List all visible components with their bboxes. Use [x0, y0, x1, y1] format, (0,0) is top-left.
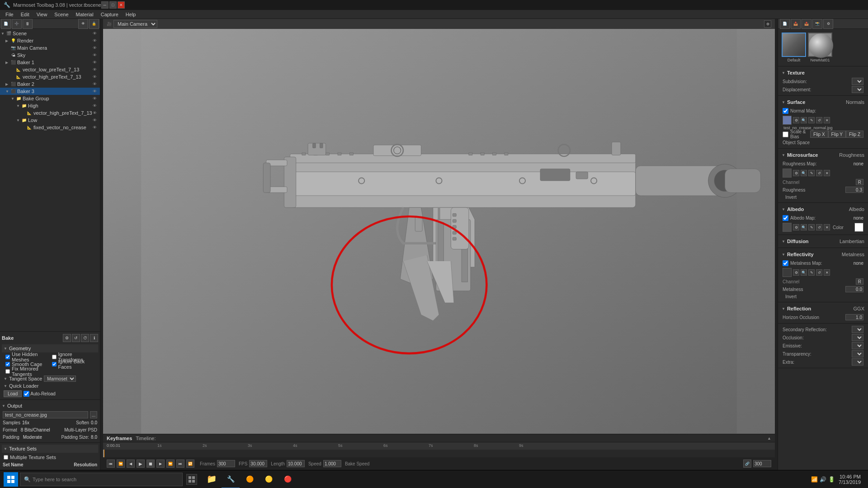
mat-capture-btn[interactable]: 📸 — [812, 19, 822, 29]
diffusion-header[interactable]: ▼ Diffusion Lambertian — [782, 237, 864, 246]
prev-step-btn[interactable]: ◀ — [127, 460, 135, 468]
menu-scene[interactable]: Scene — [51, 11, 72, 18]
fps-input[interactable] — [249, 460, 267, 467]
speed-input[interactable] — [323, 460, 341, 467]
play-btn[interactable]: ▶ — [137, 460, 145, 468]
viewport[interactable]: 🎥 Main Camera ⚙ — [103, 19, 775, 434]
smooth-cage-cb[interactable] — [5, 362, 10, 366]
roughness-swatch[interactable] — [783, 169, 792, 178]
channel-r-btn[interactable]: R — [856, 179, 863, 185]
secondary-dropdown[interactable] — [852, 326, 863, 333]
roughness-invert[interactable]: Invert — [782, 194, 864, 201]
reflectivity-header[interactable]: ▼ Reflectivity Metalness — [782, 250, 864, 259]
reflection-header[interactable]: ▼ Reflection GGX — [782, 304, 864, 313]
roughness-refresh-btn[interactable]: ↺ — [816, 170, 822, 176]
mat-newmat-thumb[interactable] — [808, 33, 832, 57]
texture-section-header[interactable]: ▼ Texture — [782, 68, 864, 77]
link-btn[interactable]: 🔗 — [743, 460, 751, 468]
microsurface-header[interactable]: ▼ Microsurface Roughness — [782, 150, 864, 160]
camera-dropdown[interactable]: Main Camera — [113, 20, 157, 28]
mat-export-btn[interactable]: 📤 — [802, 19, 811, 29]
ignore-back-faces-option[interactable]: Ignore Back Faces — [50, 361, 97, 368]
tree-item-high[interactable]: ▼ 📁 High 👁 — [0, 102, 100, 109]
tree-item-camera[interactable]: 📷 Main Camera 👁 — [0, 44, 100, 52]
tree-item-vec-high[interactable]: 📐 vector_high_preText_7_13 👁 — [0, 73, 100, 80]
loop-btn[interactable]: 🔁 — [186, 460, 194, 468]
normal-map-swatch[interactable] — [783, 116, 792, 125]
next-step-btn[interactable]: ▶ — [156, 460, 165, 468]
taskbar-app-zbrush[interactable]: 🔴 — [278, 470, 297, 488]
roughness-search-btn[interactable]: 🔍 — [801, 170, 807, 176]
viewport-settings-btn[interactable]: ⚙ — [764, 20, 771, 28]
normal-refresh-btn[interactable]: ↺ — [816, 117, 822, 123]
taskbar-search[interactable]: 🔍 Type here to search — [20, 473, 183, 486]
tree-item-baker3[interactable]: ▼ ⬛ Baker 3 👁 — [0, 88, 100, 95]
metalness-swatch[interactable] — [783, 268, 792, 277]
auto-reload-option[interactable]: Auto-Reload — [24, 391, 56, 397]
menu-material[interactable]: Material — [72, 11, 97, 18]
menu-help[interactable]: Help — [122, 11, 140, 18]
surface-section-header[interactable]: ▼ Surface Normals — [782, 98, 864, 107]
roughness-settings-btn[interactable]: ⚙ — [793, 170, 799, 176]
multiple-texture-sets-cb[interactable] — [4, 455, 8, 460]
mat-new-btn[interactable]: 📄 — [780, 19, 790, 29]
menu-file[interactable]: File — [2, 11, 17, 18]
normal-edit-btn[interactable]: ✎ — [808, 117, 815, 123]
tree-item-baker1[interactable]: ▶ ⬛ Baker 1 👁 — [0, 59, 100, 66]
normal-search-btn[interactable]: 🔍 — [801, 117, 807, 123]
roughness-input[interactable] — [845, 187, 863, 193]
texture-sets-header[interactable]: ▼ Texture Sets — [2, 445, 98, 453]
taskbar-app-blender[interactable]: 🟠 — [241, 470, 259, 488]
metalness-clear-btn[interactable]: ✕ — [824, 269, 830, 276]
normal-map-cb[interactable] — [783, 108, 788, 114]
menu-edit[interactable]: Edit — [17, 11, 33, 18]
tree-item-fixed[interactable]: 📐 fixed_vector_no_crease 👁 — [0, 124, 100, 131]
albedo-settings-btn[interactable]: ⚙ — [793, 224, 799, 230]
scene-add-btn[interactable]: ➕ — [12, 19, 22, 29]
metalness-settings-btn[interactable]: ⚙ — [793, 269, 799, 276]
metalness-input[interactable] — [845, 286, 863, 292]
occlusion-dropdown[interactable] — [852, 334, 863, 341]
transparency-dropdown[interactable] — [852, 350, 863, 357]
minimize-button[interactable]: ─ — [101, 1, 108, 9]
bake-info-btn[interactable]: ℹ — [90, 334, 98, 342]
albedo-map-cb[interactable] — [783, 215, 788, 221]
extra-dropdown[interactable] — [852, 358, 863, 366]
maximize-button[interactable]: □ — [109, 1, 117, 9]
ignore-back-faces-cb[interactable] — [52, 362, 57, 366]
metalness-channel-btn[interactable]: R — [856, 278, 863, 285]
bake-refresh-btn[interactable]: ↺ — [72, 334, 80, 342]
mat-thumb-newmat[interactable]: NewMat01 — [808, 33, 832, 62]
metalness-refresh-btn[interactable]: ↺ — [816, 269, 822, 276]
scale-bias-cb[interactable] — [783, 131, 788, 137]
mat-settings-btn[interactable]: ⚙ — [823, 19, 833, 29]
metalness-map-cb[interactable] — [783, 260, 788, 266]
next-frame-btn[interactable]: ⏩ — [166, 460, 175, 468]
prev-frame-btn[interactable]: ⏪ — [117, 460, 125, 468]
task-view-btn[interactable] — [186, 474, 197, 485]
timeline-playhead[interactable] — [104, 450, 104, 457]
stop-btn[interactable]: ⏹ — [146, 460, 155, 468]
length-input[interactable] — [287, 460, 305, 467]
metalness-search-btn[interactable]: 🔍 — [801, 269, 807, 276]
albedo-refresh-btn[interactable]: ↺ — [816, 224, 822, 230]
tangent-dropdown[interactable]: Marmoset — [44, 375, 76, 382]
albedo-swatch[interactable] — [783, 223, 792, 232]
displacement-dropdown[interactable] — [852, 86, 863, 93]
multiple-texture-sets[interactable]: Multiple Texture Sets — [2, 454, 98, 461]
normal-settings-btn[interactable]: ⚙ — [793, 117, 799, 123]
scene-eye-btn[interactable]: 👁 — [78, 19, 88, 29]
bake-timer-btn[interactable]: ⏱ — [81, 334, 89, 342]
subdivision-dropdown[interactable] — [852, 78, 863, 85]
horizon-input[interactable] — [845, 314, 863, 320]
timeline-track[interactable] — [103, 450, 775, 457]
output-more-btn[interactable]: ... — [90, 411, 97, 418]
flip-z-btn[interactable]: Flip Z — [846, 131, 863, 138]
start-button[interactable] — [4, 472, 18, 487]
albedo-search-btn[interactable]: 🔍 — [801, 224, 807, 230]
timeline-expand-icon[interactable]: ▲ — [767, 436, 771, 441]
tree-item-baker2[interactable]: ▶ ⬛ Baker 2 👁 — [0, 80, 100, 88]
flip-y-btn[interactable]: Flip Y — [828, 131, 846, 138]
mat-thumb-default[interactable]: Default — [782, 33, 806, 62]
tree-item-render[interactable]: ▶ 💡 Render 👁 — [0, 37, 100, 44]
